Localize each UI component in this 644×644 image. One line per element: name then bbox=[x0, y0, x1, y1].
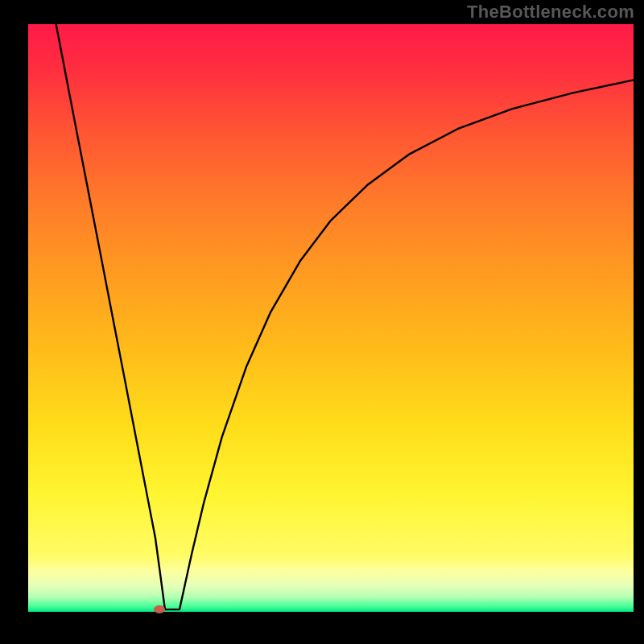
watermark-text: TheBottleneck.com bbox=[467, 2, 634, 23]
plot-background bbox=[28, 24, 634, 612]
chart-svg bbox=[0, 0, 644, 644]
data-marker bbox=[154, 605, 165, 613]
chart-root: TheBottleneck.com bbox=[0, 0, 644, 644]
